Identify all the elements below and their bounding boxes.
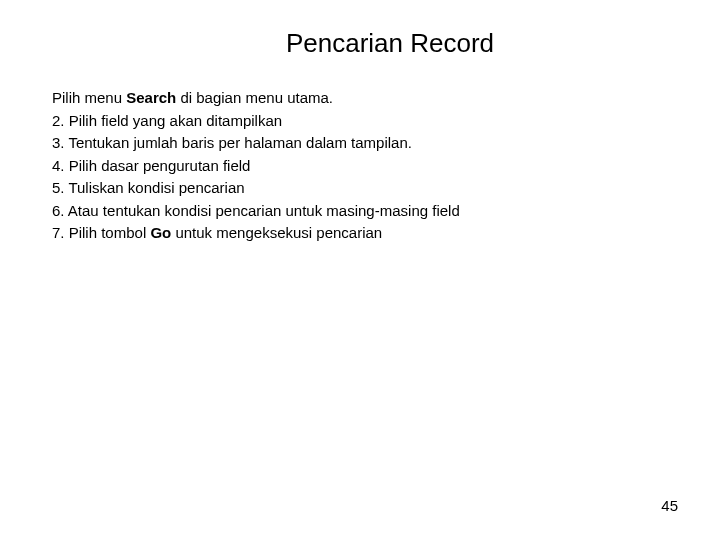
list-item: Pilih menu Search di bagian menu utama. (52, 87, 668, 110)
text: Pilih menu (52, 89, 126, 106)
list-item: 3. Tentukan jumlah baris per halaman dal… (52, 132, 668, 155)
bold-text: Go (150, 224, 171, 241)
text: untuk mengeksekusi pencarian (171, 224, 382, 241)
list-item: 6. Atau tentukan kondisi pencarian untuk… (52, 200, 668, 223)
slide-title: Pencarian Record (112, 28, 668, 59)
list-item: 5. Tuliskan kondisi pencarian (52, 177, 668, 200)
list-item: 2. Pilih field yang akan ditampilkan (52, 110, 668, 133)
page-number: 45 (661, 497, 678, 514)
list-item: 4. Pilih dasar pengurutan field (52, 155, 668, 178)
instruction-list: Pilih menu Search di bagian menu utama. … (52, 87, 668, 245)
text: di bagian menu utama. (176, 89, 333, 106)
text: 7. Pilih tombol (52, 224, 150, 241)
bold-text: Search (126, 89, 176, 106)
list-item: 7. Pilih tombol Go untuk mengeksekusi pe… (52, 222, 668, 245)
